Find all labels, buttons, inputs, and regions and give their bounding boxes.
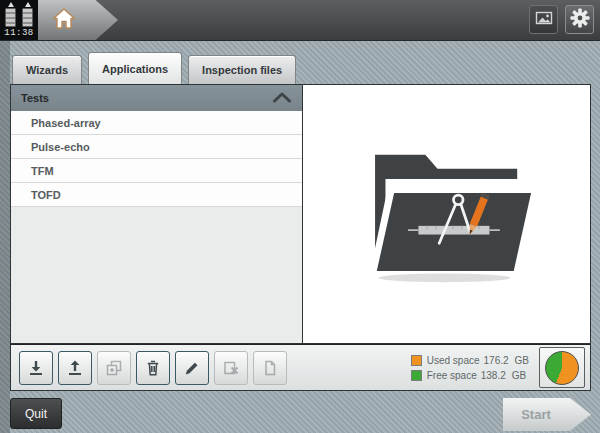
disk-usage-pie [545, 351, 579, 385]
copy-icon [104, 358, 124, 378]
file-cut-icon [221, 358, 241, 378]
tab-bar: Wizards Applications Inspection files [12, 55, 296, 84]
list-item-tofd[interactable]: TOFD [11, 183, 302, 207]
applications-folder-icon [356, 139, 538, 289]
tests-list-panel: Tests Phased-array Pulse-echo TFM TOFD [11, 85, 302, 343]
used-space-row: Used space 176.2 GB [411, 355, 529, 366]
copy-button[interactable] [97, 351, 131, 385]
home-icon [52, 7, 76, 34]
start-button-label: Start [521, 407, 551, 422]
export-button[interactable] [58, 351, 92, 385]
tab-wizards[interactable]: Wizards [12, 55, 82, 84]
import-button[interactable] [19, 351, 53, 385]
storage-summary: Used space 176.2 GB Free space 138.2 GB [411, 347, 585, 388]
start-button[interactable]: Start [503, 398, 591, 431]
battery-gauge-1 [5, 2, 16, 27]
used-space-label: Used space [427, 355, 480, 366]
tab-label: Applications [102, 63, 168, 75]
used-space-swatch [411, 355, 422, 366]
storage-legend: Used space 176.2 GB Free space 138.2 GB [411, 355, 529, 381]
delete-button[interactable] [136, 351, 170, 385]
free-space-value: 138.2 [481, 370, 506, 381]
upload-icon [65, 358, 85, 378]
list-item-label: TOFD [31, 189, 61, 201]
free-space-label: Free space [427, 370, 477, 381]
clock: 11:38 [4, 28, 34, 38]
quit-button[interactable]: Quit [10, 398, 62, 429]
tab-label: Wizards [26, 64, 68, 76]
tests-group-header[interactable]: Tests [11, 85, 302, 111]
edit-button[interactable] [175, 351, 209, 385]
free-space-row: Free space 138.2 GB [411, 370, 529, 381]
list-item-label: Phased-array [31, 117, 101, 129]
new-document-button[interactable] [253, 351, 287, 385]
top-bar: 11:38 [0, 0, 600, 41]
list-item-phased-array[interactable]: Phased-array [11, 111, 302, 135]
list-item-tfm[interactable]: TFM [11, 159, 302, 183]
list-item-label: Pulse-echo [31, 141, 90, 153]
cut-file-button[interactable] [214, 351, 248, 385]
free-space-swatch [411, 370, 422, 381]
tab-label: Inspection files [202, 64, 282, 76]
list-item-label: TFM [31, 165, 54, 177]
preview-pane [302, 85, 590, 343]
list-item-pulse-echo[interactable]: Pulse-echo [11, 135, 302, 159]
gear-icon [568, 6, 592, 34]
tests-group-title: Tests [21, 92, 49, 104]
pencil-icon [182, 358, 202, 378]
document-icon [260, 358, 280, 378]
screenshot-button[interactable] [529, 5, 558, 34]
status-indicators: 11:38 [0, 0, 38, 40]
quit-button-label: Quit [25, 407, 47, 421]
settings-button[interactable] [565, 5, 594, 34]
used-space-value: 176.2 [484, 355, 509, 366]
main-panel: Tests Phased-array Pulse-echo TFM TOFD [10, 84, 591, 344]
tab-inspection-files[interactable]: Inspection files [188, 55, 296, 84]
file-toolbar: Used space 176.2 GB Free space 138.2 GB [10, 344, 591, 391]
chevron-up-icon [272, 92, 292, 105]
image-icon [533, 7, 555, 33]
home-button[interactable] [38, 0, 118, 40]
free-space-unit: GB [512, 370, 526, 381]
tab-applications[interactable]: Applications [88, 52, 182, 84]
download-icon [26, 358, 46, 378]
battery-gauge-2 [22, 2, 33, 27]
trash-icon [143, 358, 163, 378]
used-space-unit: GB [515, 355, 529, 366]
disk-usage-widget [539, 347, 585, 388]
